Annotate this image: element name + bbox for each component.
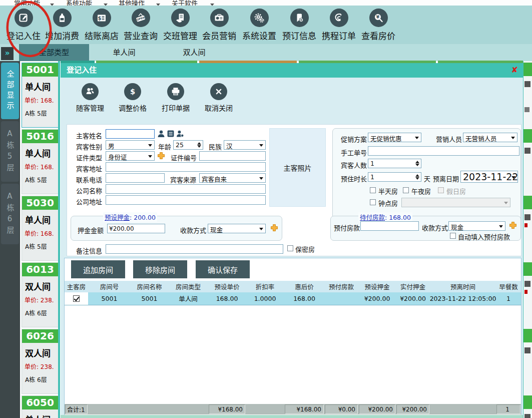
- column-header: 房间名称: [131, 281, 168, 292]
- field-label: 年龄: [158, 142, 171, 151]
- business-query-button[interactable]: OPEN 营业查询: [120, 9, 162, 42]
- spin-down-icon[interactable]: [197, 145, 201, 148]
- id-reader-icon[interactable]: [167, 130, 175, 138]
- spin-down-icon[interactable]: [415, 177, 419, 180]
- gender-select[interactable]: 男: [106, 140, 155, 150]
- add-id-icon[interactable]: [157, 152, 165, 160]
- print-receipt-button[interactable]: 打印单据: [155, 83, 197, 113]
- prepay-input[interactable]: [360, 221, 419, 231]
- guest-count-stepper[interactable]: 1: [368, 159, 421, 168]
- company-address-input[interactable]: [106, 195, 266, 205]
- add-consumption-button[interactable]: 增加消费: [41, 9, 83, 42]
- guest-photo-box[interactable]: 主客照片: [269, 128, 326, 207]
- age-stepper[interactable]: 25: [173, 140, 203, 150]
- secret-room-checkbox[interactable]: [287, 245, 293, 251]
- chevron-down-icon: [259, 144, 263, 147]
- checkbox-label: 半天房: [378, 186, 398, 196]
- sales-person-select[interactable]: 无营销人员: [463, 133, 517, 142]
- room-number: 5001: [22, 63, 58, 77]
- room-card[interactable]: 5001 单人间 单价: 168. A栋 5层: [22, 63, 59, 128]
- svg-text:¥: ¥: [376, 15, 380, 20]
- cancel-close-button[interactable]: 取消关闭: [198, 83, 240, 113]
- ctrip-orders-button[interactable]: 携程订单: [318, 9, 360, 42]
- sidebar-collapse-button[interactable]: »: [1, 47, 14, 60]
- promotion-select[interactable]: 无促销优惠: [368, 133, 421, 142]
- remark-input[interactable]: [106, 244, 283, 254]
- system-settings-button[interactable]: 系统设置: [238, 9, 280, 42]
- shift-management-button[interactable]: 交班管理: [159, 9, 201, 42]
- guest-source-select[interactable]: 宾客自来: [199, 173, 266, 183]
- splitter[interactable]: [58, 61, 60, 418]
- adjust-price-button[interactable]: $ 调整价格: [112, 83, 154, 113]
- id-number-input[interactable]: [199, 151, 266, 161]
- add-payment-icon[interactable]: [270, 224, 278, 232]
- room-card[interactable]: 5016 单人间 单价: 168. A栋 5层: [22, 129, 59, 194]
- check-in-button[interactable]: 登记入住: [3, 9, 45, 42]
- tab-double-room[interactable]: 双人间: [159, 44, 229, 61]
- spin-up-icon[interactable]: [415, 174, 419, 177]
- phone-input[interactable]: [106, 173, 165, 183]
- guest-address-input[interactable]: [106, 162, 266, 172]
- departure-date-select[interactable]: 2023-11-22: [460, 171, 518, 183]
- room-location: A栋 5层: [22, 175, 58, 184]
- person-settings-icon[interactable]: [176, 130, 184, 138]
- spin-down-icon[interactable]: [415, 164, 419, 166]
- menu-item-about[interactable]: 关于软件: [172, 0, 198, 6]
- manual-order-no-input[interactable]: [368, 146, 519, 156]
- field-label: 预住时长: [340, 174, 367, 183]
- hourly-room-checkbox[interactable]: [370, 199, 376, 205]
- id-type-select[interactable]: 身份证: [106, 151, 155, 161]
- spin-up-icon[interactable]: [415, 161, 419, 163]
- room-card[interactable]: 5030 单人间 单价: 168. A栋 5层: [22, 196, 59, 261]
- floor-tab-show-all[interactable]: 全部显示: [1, 63, 19, 119]
- deposit-box: 预设押金: 200.00 押金金额 收款方式 现金: [71, 216, 282, 241]
- guest-form-panel: 主客姓名 宾客性别 证件类型 宾客地址 联系电话 公司名称 公司地址 男 年龄 …: [67, 124, 521, 256]
- occluded-room-column: [523, 61, 532, 418]
- field-label: 备注信息: [72, 246, 102, 255]
- floor-tab-a5[interactable]: A栋5层: [1, 121, 19, 182]
- field-label: 宾客地址: [72, 164, 102, 173]
- midnight-checkbox[interactable]: [403, 187, 409, 193]
- table-row[interactable]: 5001 5001 单人间 168.00 1.0000 168.00 ¥200.…: [65, 292, 521, 305]
- row-checkbox-cell[interactable]: [65, 292, 88, 305]
- close-icon[interactable]: ✘: [511, 66, 518, 75]
- company-name-input[interactable]: [106, 184, 266, 194]
- price-adjust-icon: $: [124, 83, 141, 100]
- due-amount-link[interactable]: 待付房款: 168.00: [358, 212, 412, 222]
- ethnicity-select[interactable]: 汉: [224, 140, 266, 150]
- room-price: 单价: 168.: [22, 96, 58, 104]
- checkout-button[interactable]: $ 结账离店: [81, 9, 123, 42]
- room-card[interactable]: 6026 双人间 单价: 238. A栋 6层: [22, 329, 59, 394]
- confirm-save-button[interactable]: 确认保存: [196, 260, 250, 278]
- spin-up-icon[interactable]: [197, 142, 201, 145]
- column-header: 预设押金: [358, 281, 396, 292]
- prepay-method-select[interactable]: 现金: [448, 221, 505, 231]
- deposit-amount-input[interactable]: [107, 224, 165, 233]
- checkbox-checked-icon[interactable]: [73, 295, 80, 302]
- payment-method-select[interactable]: 现金: [208, 224, 266, 233]
- person-icon[interactable]: [157, 130, 165, 138]
- preset-deposit-link[interactable]: 预设押金: 200.00: [103, 212, 157, 222]
- add-room-button[interactable]: 追加房间: [71, 260, 125, 278]
- duration-stepper[interactable]: 1: [368, 172, 421, 182]
- half-day-checkbox[interactable]: [370, 187, 376, 193]
- remove-room-button[interactable]: 移除房间: [133, 260, 187, 278]
- field-label: 宾客性别: [72, 142, 102, 151]
- menu-item-system[interactable]: 系统功能: [66, 0, 92, 6]
- autofill-prepay-checkbox[interactable]: [450, 233, 456, 239]
- companion-manage-button[interactable]: 随客管理: [69, 83, 111, 113]
- room-card[interactable]: 6050 单人间: [22, 395, 59, 418]
- view-room-rates-button[interactable]: ¥ 查看房价: [357, 9, 399, 42]
- tab-single-room[interactable]: 单人间: [89, 44, 159, 61]
- floor-tab-a6[interactable]: A栋6层: [1, 184, 19, 244]
- menu-item-common[interactable]: 常用功能: [14, 0, 40, 6]
- checkbox-label: 假日房: [446, 186, 466, 196]
- tab-all-types[interactable]: 全部类型: [19, 44, 89, 61]
- add-payment-icon[interactable]: [509, 221, 517, 229]
- menu-item-other[interactable]: 其他操作: [119, 0, 145, 6]
- guest-name-input[interactable]: [106, 129, 155, 139]
- member-marketing-button[interactable]: 会员营销: [198, 9, 240, 42]
- room-card[interactable]: 6013 双人间 单价: 238. A栋 6层: [22, 262, 59, 327]
- room-type: 单人间: [22, 80, 58, 93]
- booking-info-button[interactable]: 预订信息: [278, 9, 320, 42]
